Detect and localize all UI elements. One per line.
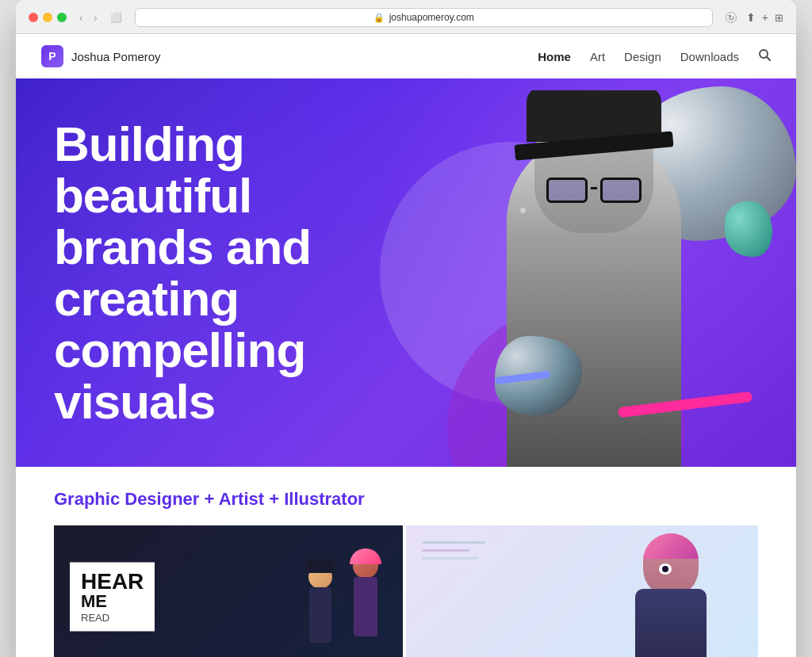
card-inner-right bbox=[406, 525, 758, 657]
minimize-button[interactable] bbox=[43, 13, 52, 22]
browser-forward-button[interactable]: › bbox=[90, 10, 100, 25]
nav-brand[interactable]: P Joshua Pomeroy bbox=[41, 45, 161, 67]
hero-content: Building beautiful brands and creating c… bbox=[16, 86, 349, 460]
website-content: P Joshua Pomeroy Home Art Design Downloa… bbox=[16, 34, 796, 657]
browser-actions: ⬆ + ⊞ bbox=[746, 11, 783, 24]
blob-teal bbox=[725, 201, 772, 257]
card1-text: READ bbox=[81, 612, 144, 624]
brand-logo: P bbox=[41, 45, 63, 67]
below-hero: Graphic Designer + Artist + Illustrator bbox=[16, 467, 796, 525]
maximize-button[interactable] bbox=[57, 13, 67, 22]
site-navigation: P Joshua Pomeroy Home Art Design Downloa… bbox=[16, 34, 796, 78]
brand-name: Joshua Pomeroy bbox=[71, 50, 161, 63]
browser-window: ‹ › ⬜ 🔒 joshuapomeroy.com ↻ ⬆ + ⊞ P bbox=[16, 0, 796, 657]
nav-link-design[interactable]: Design bbox=[624, 50, 661, 63]
card1-title: HEAR bbox=[81, 571, 144, 593]
hero-title: Building beautiful brands and creating c… bbox=[54, 118, 311, 428]
portfolio-card-1[interactable]: HEAR ME READ bbox=[54, 525, 406, 657]
reload-button[interactable]: ↻ bbox=[728, 13, 734, 22]
browser-navigation: ‹ › bbox=[76, 10, 101, 25]
nav-link-home[interactable]: Home bbox=[538, 50, 571, 63]
card-inner-left: HEAR ME READ bbox=[54, 525, 403, 657]
grid-button[interactable]: ⊞ bbox=[775, 12, 783, 24]
browser-back-button[interactable]: ‹ bbox=[76, 10, 86, 25]
close-button[interactable] bbox=[29, 13, 38, 22]
nav-link-art[interactable]: Art bbox=[590, 50, 605, 63]
new-tab-button[interactable]: + bbox=[762, 11, 768, 24]
nav-links: Home Art Design Downloads bbox=[538, 48, 771, 64]
card1-subtitle: ME bbox=[81, 593, 144, 610]
search-icon[interactable] bbox=[758, 48, 771, 64]
address-bar[interactable]: 🔒 joshuapomeroy.com bbox=[135, 8, 713, 27]
hero-section: Building beautiful brands and creating c… bbox=[16, 78, 796, 467]
portfolio-grid: HEAR ME READ bbox=[16, 525, 796, 657]
tab-icon: ⬜ bbox=[110, 12, 122, 23]
svg-line-1 bbox=[767, 57, 770, 60]
browser-chrome: ‹ › ⬜ 🔒 joshuapomeroy.com ↻ ⬆ + ⊞ bbox=[16, 0, 796, 34]
lock-icon: 🔒 bbox=[373, 13, 385, 23]
url-text: joshuapomeroy.com bbox=[389, 12, 474, 23]
traffic-lights bbox=[29, 13, 67, 22]
nav-link-downloads[interactable]: Downloads bbox=[680, 50, 739, 63]
share-button[interactable]: ⬆ bbox=[746, 11, 756, 24]
portfolio-card-2[interactable] bbox=[406, 525, 758, 657]
tagline: Graphic Designer + Artist + Illustrator bbox=[54, 489, 758, 510]
